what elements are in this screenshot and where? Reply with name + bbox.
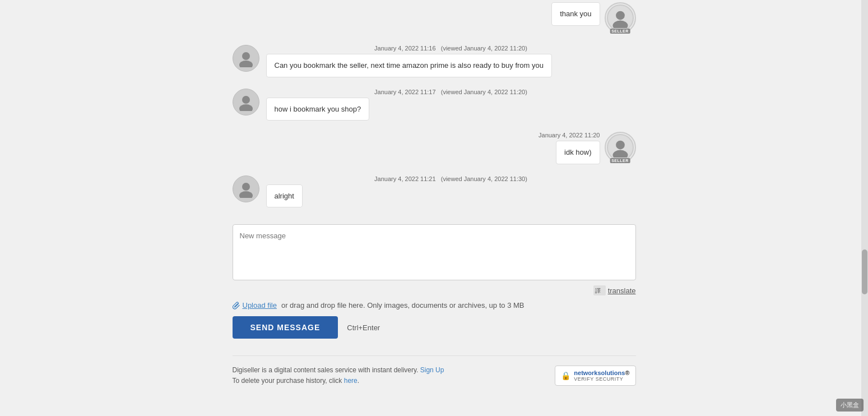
upload-hint: or drag and drop file here. Only images,… bbox=[281, 301, 524, 309]
message-row-seller-4: January 4, 2022 11:20 idk how) SELLER bbox=[233, 130, 636, 164]
paperclip-icon bbox=[233, 302, 240, 309]
footer-text: Digiseller is a digital content sales se… bbox=[233, 365, 444, 386]
translate-icon: 譯 bbox=[593, 285, 606, 295]
message-bubble-2: Can you bookmark the seller, next time a… bbox=[266, 54, 553, 77]
message-bubble-4: idk how) bbox=[556, 141, 600, 164]
message-row-buyer-3: January 4, 2022 11:17 (viewed January 4,… bbox=[233, 86, 636, 121]
message-timestamp-4: January 4, 2022 11:20 bbox=[539, 132, 600, 138]
message-text-4: idk how) bbox=[564, 148, 591, 156]
svg-point-7 bbox=[612, 150, 628, 158]
translate-link[interactable]: translate bbox=[608, 286, 636, 295]
security-badge: 🔒 networksolutions® VERIFY SECURITY bbox=[555, 366, 635, 386]
seller-avatar-icon-4 bbox=[610, 137, 630, 158]
message-row-buyer-2: January 4, 2022 11:16 (viewed January 4,… bbox=[233, 43, 636, 77]
message-text-2: Can you bookmark the seller, next time a… bbox=[275, 61, 544, 70]
svg-point-5 bbox=[239, 104, 253, 111]
message-content-2: January 4, 2022 11:16 (viewed January 4,… bbox=[266, 45, 636, 77]
scrollbar-track[interactable] bbox=[861, 0, 868, 416]
message-bubble-1: thank you bbox=[551, 2, 600, 26]
buyer-avatar-3 bbox=[233, 89, 259, 115]
scrollbar-thumb[interactable] bbox=[862, 249, 867, 294]
footer: Digiseller is a digital content sales se… bbox=[233, 355, 636, 386]
svg-point-4 bbox=[242, 96, 250, 104]
security-badge-text: networksolutions® VERIFY SECURITY bbox=[574, 369, 629, 382]
buyer-avatar-icon-3 bbox=[237, 93, 255, 111]
message-content-3: January 4, 2022 11:17 (viewed January 4,… bbox=[266, 89, 636, 121]
svg-point-3 bbox=[239, 61, 253, 67]
seller-avatar-1: SELLER bbox=[605, 2, 636, 34]
message-viewed-2: (viewed January 4, 2022 11:20) bbox=[441, 45, 527, 52]
message-row-buyer-5: January 4, 2022 11:21 (viewed January 4,… bbox=[233, 173, 636, 208]
svg-text:譯: 譯 bbox=[595, 288, 601, 294]
svg-point-6 bbox=[616, 141, 625, 150]
message-timestamp-5: January 4, 2022 11:21 bbox=[374, 175, 435, 182]
send-shortcut-hint: Ctrl+Enter bbox=[347, 323, 380, 332]
translate-row: 譯 translate bbox=[233, 282, 636, 297]
svg-point-0 bbox=[616, 11, 625, 20]
send-row: SEND MESSAGE Ctrl+Enter bbox=[233, 316, 636, 339]
compose-area: 譯 translate Upload file or drag and drop… bbox=[233, 224, 636, 339]
message-viewed-5: (viewed January 4, 2022 11:30) bbox=[441, 175, 527, 182]
footer-here-link[interactable]: here bbox=[344, 377, 358, 385]
verify-security-label: VERIFY SECURITY bbox=[574, 376, 629, 382]
footer-text-1: Digiseller is a digital content sales se… bbox=[233, 366, 419, 374]
message-meta-2: January 4, 2022 11:16 (viewed January 4,… bbox=[266, 45, 636, 52]
seller-avatar-4: SELLER bbox=[605, 132, 636, 163]
lock-icon: 🔒 bbox=[561, 371, 570, 380]
seller-avatar-icon-1 bbox=[610, 8, 630, 28]
message-meta-3: January 4, 2022 11:17 (viewed January 4,… bbox=[266, 89, 636, 95]
watermark: 小黑盒 bbox=[836, 399, 864, 412]
svg-point-1 bbox=[612, 21, 628, 29]
message-content-5: January 4, 2022 11:21 (viewed January 4,… bbox=[266, 175, 636, 208]
message-viewed-3: (viewed January 4, 2022 11:20) bbox=[441, 89, 527, 95]
buyer-avatar-2 bbox=[233, 45, 259, 72]
send-message-button[interactable]: SEND MESSAGE bbox=[233, 316, 338, 339]
message-text-1: thank you bbox=[560, 10, 591, 18]
message-timestamp-3: January 4, 2022 11:17 bbox=[374, 89, 435, 95]
message-meta-5: January 4, 2022 11:21 (viewed January 4,… bbox=[266, 175, 636, 182]
message-row-seller-1: thank you SELLER bbox=[233, 0, 636, 34]
svg-point-2 bbox=[242, 52, 250, 60]
seller-bubble-wrap-4: January 4, 2022 11:20 idk how) bbox=[539, 132, 600, 164]
message-timestamp-2: January 4, 2022 11:16 bbox=[374, 45, 435, 52]
buyer-avatar-icon-5 bbox=[237, 180, 255, 198]
footer-text-2: To delete your purchase history, click bbox=[233, 377, 342, 385]
message-text-5: alright bbox=[275, 192, 294, 200]
message-bubble-3: how i bookmark you shop? bbox=[266, 98, 370, 121]
upload-row: Upload file or drag and drop file here. … bbox=[233, 301, 636, 309]
svg-point-9 bbox=[239, 191, 253, 198]
message-text-3: how i bookmark you shop? bbox=[275, 105, 361, 113]
seller-label-1: SELLER bbox=[610, 29, 630, 34]
message-bubble-5: alright bbox=[266, 184, 303, 208]
buyer-avatar-icon-2 bbox=[237, 49, 255, 67]
svg-point-8 bbox=[242, 183, 250, 191]
upload-file-link[interactable]: Upload file bbox=[233, 301, 277, 309]
new-message-input[interactable] bbox=[233, 224, 636, 280]
buyer-avatar-5 bbox=[233, 175, 259, 202]
network-solutions-label: networksolutions® bbox=[574, 369, 629, 376]
seller-avatar-inner-1 bbox=[607, 4, 634, 31]
footer-signup-link[interactable]: Sign Up bbox=[420, 366, 444, 374]
seller-label-4: SELLER bbox=[610, 158, 630, 163]
seller-avatar-inner-4 bbox=[607, 134, 634, 161]
message-meta-4: January 4, 2022 11:20 bbox=[539, 132, 600, 138]
upload-label: Upload file bbox=[243, 301, 277, 309]
seller-bubble-wrap-1: thank you bbox=[551, 2, 600, 26]
